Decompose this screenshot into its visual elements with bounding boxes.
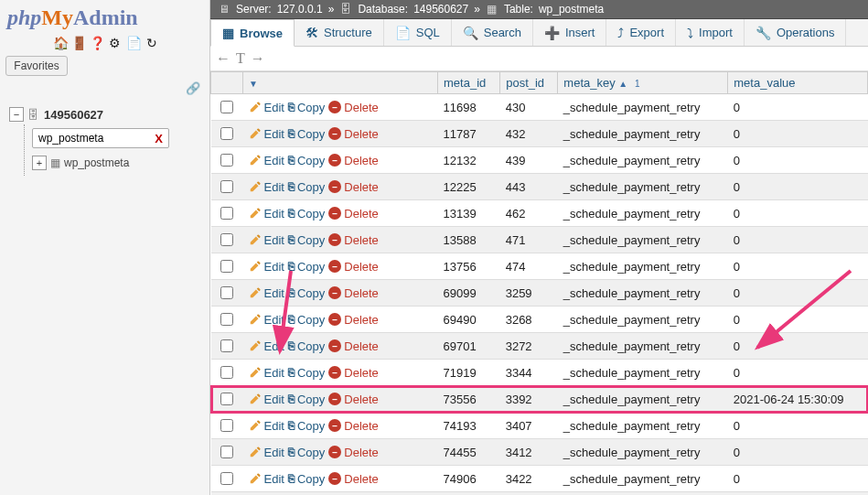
col-actions[interactable]: ▼: [243, 72, 438, 94]
delete-link[interactable]: −Delete: [328, 180, 379, 194]
clear-filter-icon[interactable]: X: [153, 132, 165, 145]
tree-table-row[interactable]: + ▦ wp_postmeta: [32, 154, 206, 172]
col-meta-id[interactable]: meta_id: [438, 72, 500, 94]
tree-table-name[interactable]: wp_postmeta: [64, 156, 129, 169]
edit-link[interactable]: Edit: [249, 260, 284, 274]
edit-link[interactable]: Edit: [249, 419, 284, 433]
edit-link[interactable]: Edit: [249, 339, 284, 353]
delete-icon: −: [328, 260, 341, 273]
docs-icon[interactable]: ❓: [90, 36, 104, 50]
row-checkbox[interactable]: [220, 472, 233, 485]
edit-link[interactable]: Edit: [249, 233, 284, 247]
theme-icon[interactable]: 📄: [126, 36, 141, 50]
delete-link[interactable]: −Delete: [328, 446, 379, 459]
delete-link[interactable]: −Delete: [328, 472, 379, 486]
row-checkbox[interactable]: [220, 393, 233, 405]
row-checkbox[interactable]: [220, 419, 233, 432]
edit-link[interactable]: Edit: [249, 180, 284, 194]
copy-link[interactable]: ⎘Copy: [288, 260, 325, 274]
copy-link[interactable]: ⎘Copy: [288, 419, 325, 433]
tree-db-row[interactable]: − 🗄 149560627: [7, 104, 206, 124]
edit-link[interactable]: Edit: [249, 207, 284, 221]
delete-link[interactable]: −Delete: [328, 154, 379, 167]
row-checkbox[interactable]: [220, 233, 233, 246]
delete-link[interactable]: −Delete: [328, 127, 379, 141]
edit-link[interactable]: Edit: [249, 127, 284, 141]
copy-link[interactable]: ⎘Copy: [288, 393, 325, 406]
tab-insert[interactable]: ➕Insert: [533, 19, 607, 46]
collapse-icon[interactable]: −: [9, 107, 24, 122]
tab-export[interactable]: ⤴Export: [606, 19, 676, 46]
tab-search[interactable]: 🔍Search: [452, 19, 533, 46]
tab-structure[interactable]: 🛠Structure: [295, 19, 384, 46]
edit-link[interactable]: Edit: [249, 366, 284, 380]
row-checkbox[interactable]: [220, 101, 233, 113]
copy-link[interactable]: ⎘Copy: [288, 339, 325, 353]
text-tool-icon[interactable]: T: [236, 50, 245, 67]
delete-link[interactable]: −Delete: [328, 233, 379, 247]
tree-db-name[interactable]: 149560627: [44, 108, 103, 122]
copy-link[interactable]: ⎘Copy: [288, 472, 325, 486]
edit-link[interactable]: Edit: [249, 313, 284, 327]
row-checkbox[interactable]: [220, 313, 233, 326]
link-icon[interactable]: 🔗: [5, 81, 206, 99]
logout-icon[interactable]: 🚪: [71, 36, 86, 50]
breadcrumb-db[interactable]: 149560627: [413, 3, 468, 16]
copy-link[interactable]: ⎘Copy: [288, 313, 325, 327]
copy-link[interactable]: ⎘Copy: [288, 233, 325, 247]
delete-link[interactable]: −Delete: [328, 207, 379, 221]
row-checkbox[interactable]: [220, 127, 233, 140]
row-checkbox[interactable]: [220, 180, 233, 193]
table-filter-input[interactable]: [37, 131, 153, 145]
delete-link[interactable]: −Delete: [328, 313, 379, 327]
row-checkbox[interactable]: [220, 366, 233, 379]
copy-link[interactable]: ⎘Copy: [288, 286, 325, 300]
right-arrow-icon[interactable]: →: [251, 50, 265, 67]
copy-link[interactable]: ⎘Copy: [288, 127, 325, 141]
tab-sql[interactable]: 📄SQL: [384, 19, 452, 46]
home-icon[interactable]: 🏠: [53, 36, 68, 50]
edit-link[interactable]: Edit: [249, 446, 284, 459]
delete-link[interactable]: −Delete: [328, 366, 379, 380]
delete-link[interactable]: −Delete: [328, 101, 379, 114]
reload-icon[interactable]: ↻: [145, 36, 159, 50]
copy-link[interactable]: ⎘Copy: [288, 446, 325, 459]
breadcrumb-server[interactable]: 127.0.0.1: [277, 3, 323, 16]
col-meta-value[interactable]: meta_value: [728, 72, 868, 94]
copy-link[interactable]: ⎘Copy: [288, 154, 325, 167]
settings-icon[interactable]: ⚙: [108, 36, 123, 50]
left-arrow-icon[interactable]: ←: [216, 50, 230, 67]
table-filter[interactable]: X: [32, 128, 169, 148]
copy-link[interactable]: ⎘Copy: [288, 101, 325, 114]
delete-link[interactable]: −Delete: [328, 260, 379, 274]
col-post-id[interactable]: post_id: [500, 72, 558, 94]
breadcrumb-table[interactable]: wp_postmeta: [539, 3, 604, 16]
row-checkbox[interactable]: [220, 286, 233, 299]
delete-link[interactable]: −Delete: [328, 339, 379, 353]
tab-browse[interactable]: ▦Browse: [210, 19, 295, 47]
row-checkbox[interactable]: [220, 446, 233, 458]
edit-link[interactable]: Edit: [249, 154, 284, 167]
delete-link[interactable]: −Delete: [328, 286, 379, 300]
tab-import[interactable]: ⤵Import: [676, 19, 745, 46]
row-checkbox[interactable]: [220, 207, 233, 220]
edit-link[interactable]: Edit: [249, 393, 284, 406]
favorites-button[interactable]: Favorites: [5, 56, 68, 76]
col-meta-key[interactable]: meta_key ▲ 1: [558, 72, 728, 94]
edit-link[interactable]: Edit: [249, 472, 284, 486]
table-row: Edit⎘Copy−Delete13139462_schedule_paymen…: [211, 200, 868, 227]
delete-link[interactable]: −Delete: [328, 419, 379, 433]
cell-meta-key: _schedule_payment_retry: [558, 307, 728, 333]
copy-link[interactable]: ⎘Copy: [288, 366, 325, 380]
tab-operations[interactable]: 🔧Operations: [745, 19, 847, 46]
copy-link[interactable]: ⎘Copy: [288, 207, 325, 221]
row-checkbox[interactable]: [220, 339, 233, 352]
copy-link[interactable]: ⎘Copy: [288, 180, 325, 194]
row-checkbox[interactable]: [220, 260, 233, 273]
edit-link[interactable]: Edit: [249, 286, 284, 300]
expand-icon[interactable]: +: [32, 156, 47, 170]
table-row: Edit⎘Copy−Delete12132439_schedule_paymen…: [211, 147, 868, 174]
delete-link[interactable]: −Delete: [328, 393, 379, 406]
row-checkbox[interactable]: [220, 154, 233, 167]
edit-link[interactable]: Edit: [249, 101, 284, 114]
